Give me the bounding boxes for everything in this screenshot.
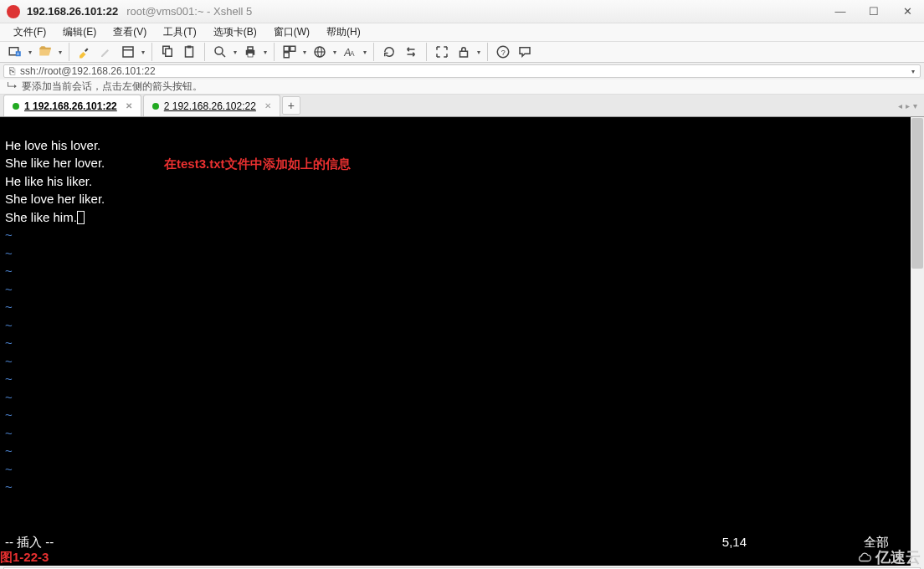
svg-rect-8	[187, 46, 192, 49]
lock-icon[interactable]	[454, 42, 474, 62]
annotation-text: 在test3.txt文件中添加如上的信息	[164, 156, 351, 172]
svg-text:+: +	[17, 51, 20, 57]
search-icon[interactable]	[210, 42, 230, 62]
svg-rect-15	[290, 46, 295, 51]
status-dot-icon	[152, 103, 159, 110]
edit-icon[interactable]	[96, 42, 116, 62]
svg-rect-13	[248, 54, 253, 58]
paste-icon[interactable]	[179, 42, 199, 62]
globe-icon[interactable]	[310, 42, 330, 62]
session-tab-2[interactable]: 2 192.168.26.102:22 ✕	[143, 95, 280, 116]
close-button[interactable]: ✕	[891, 0, 924, 23]
vim-tilde: ~	[5, 228, 13, 242]
terminal-line: He like his liker.	[5, 174, 92, 188]
open-icon[interactable]	[35, 42, 55, 62]
terminal[interactable]: He love his lover. She like her lover. H…	[0, 117, 911, 566]
maximize-button[interactable]: ☐	[857, 0, 891, 23]
svg-rect-3	[123, 47, 133, 57]
hint-text: 要添加当前会话，点击左侧的箭头按钮。	[22, 79, 203, 94]
address-text: ssh://root@192.168.26.101:22	[20, 65, 911, 77]
svg-text:?: ?	[501, 49, 506, 57]
scrollbar-thumb[interactable]	[911, 118, 923, 269]
vim-tilde: ~	[5, 408, 13, 422]
tab-label: 1 192.168.26.101:22	[24, 100, 117, 112]
refresh-icon[interactable]	[379, 42, 399, 62]
svg-point-9	[215, 47, 223, 54]
vim-tilde: ~	[5, 318, 13, 332]
vim-tilde: ~	[5, 426, 13, 440]
terminal-scrollbar[interactable]	[911, 117, 924, 566]
tab-bar: 1 192.168.26.101:22 ✕ 2 192.168.26.102:2…	[0, 95, 924, 117]
menu-tools[interactable]: 工具(T)	[157, 23, 203, 41]
svg-rect-12	[248, 47, 253, 50]
fullscreen-icon[interactable]	[432, 42, 452, 62]
svg-rect-7	[186, 47, 193, 57]
window-controls: — ☐ ✕	[824, 0, 924, 23]
dropdown-icon[interactable]: ▾	[301, 49, 308, 56]
dropdown-icon[interactable]: ▾	[27, 49, 33, 56]
dropdown-icon[interactable]: ▾	[57, 49, 64, 56]
svg-rect-6	[166, 49, 172, 56]
font-icon[interactable]: AA	[340, 42, 360, 62]
dropdown-icon[interactable]: ▾	[262, 49, 269, 56]
terminal-line: He love his lover.	[5, 138, 100, 152]
vim-tilde: ~	[5, 354, 13, 368]
menu-tab[interactable]: 选项卡(B)	[207, 23, 264, 41]
menu-help[interactable]: 帮助(H)	[320, 23, 367, 41]
tab-nav: ◂ ▸ ▾	[898, 101, 924, 110]
vim-tilde: ~	[5, 282, 13, 296]
vim-tilde: ~	[5, 264, 13, 278]
status-dot-icon	[13, 103, 19, 110]
svg-line-10	[222, 54, 225, 57]
svg-rect-14	[284, 46, 289, 51]
transfer-icon[interactable]	[401, 42, 421, 62]
address-bar[interactable]: ⎘ ssh://root@192.168.26.101:22 ▾	[3, 64, 921, 78]
layout-icon[interactable]	[280, 42, 300, 62]
hint-arrow-icon[interactable]: ⮡	[7, 81, 17, 93]
vim-tilde: ~	[5, 246, 13, 260]
tab-close-icon[interactable]: ✕	[126, 101, 132, 110]
tab-add-button[interactable]: +	[282, 96, 300, 115]
title-ip: 192.168.26.101:22	[27, 5, 118, 18]
tab-prev-icon[interactable]: ◂	[898, 101, 902, 110]
tab-next-icon[interactable]: ▸	[906, 101, 910, 110]
vim-tilde: ~	[5, 336, 13, 350]
url-icon: ⎘	[9, 65, 15, 77]
minimize-button[interactable]: —	[824, 0, 857, 23]
tab-menu-icon[interactable]: ▾	[913, 101, 917, 110]
hint-bar: ⮡ 要添加当前会话，点击左侧的箭头按钮。	[0, 79, 924, 95]
vim-tilde: ~	[5, 462, 13, 476]
terminal-line: She like her lover.	[5, 156, 105, 170]
menu-view[interactable]: 查看(V)	[106, 23, 153, 41]
vim-status-line: -- 插入 -- 5,14 全部	[5, 534, 906, 551]
menu-bar: 文件(F) 编辑(E) 查看(V) 工具(T) 选项卡(B) 窗口(W) 帮助(…	[0, 23, 924, 42]
help-icon[interactable]: ?	[493, 42, 513, 62]
address-dropdown-icon[interactable]: ▾	[911, 68, 915, 75]
vim-tilde: ~	[5, 300, 13, 314]
dropdown-icon[interactable]: ▾	[475, 49, 482, 56]
copy-icon[interactable]	[157, 42, 177, 62]
dropdown-icon[interactable]: ▾	[362, 49, 368, 56]
session-tab-1[interactable]: 1 192.168.26.101:22 ✕	[3, 95, 141, 116]
vim-tilde: ~	[5, 479, 13, 494]
new-session-icon[interactable]: +	[5, 42, 25, 62]
menu-file[interactable]: 文件(F)	[7, 23, 53, 41]
menu-window[interactable]: 窗口(W)	[267, 23, 316, 41]
figure-label: 图1-22-3	[0, 549, 49, 566]
vim-tilde: ~	[5, 372, 13, 386]
print-icon[interactable]	[240, 42, 260, 62]
title-bar: 192.168.26.101:22 root@vms001:~ - Xshell…	[0, 0, 924, 23]
svg-rect-16	[284, 53, 289, 58]
dropdown-icon[interactable]: ▾	[140, 49, 146, 56]
highlight-icon[interactable]	[74, 42, 95, 62]
chat-icon[interactable]	[515, 42, 535, 62]
dropdown-icon[interactable]: ▾	[331, 49, 338, 56]
svg-text:A: A	[350, 50, 355, 58]
dropdown-icon[interactable]: ▾	[232, 49, 239, 56]
tab-close-icon[interactable]: ✕	[264, 101, 271, 110]
properties-icon[interactable]	[118, 42, 138, 62]
terminal-line: She like him.	[5, 210, 85, 224]
menu-edit[interactable]: 编辑(E)	[56, 23, 103, 41]
svg-rect-22	[460, 51, 468, 57]
vim-scroll: 全部	[864, 534, 889, 551]
